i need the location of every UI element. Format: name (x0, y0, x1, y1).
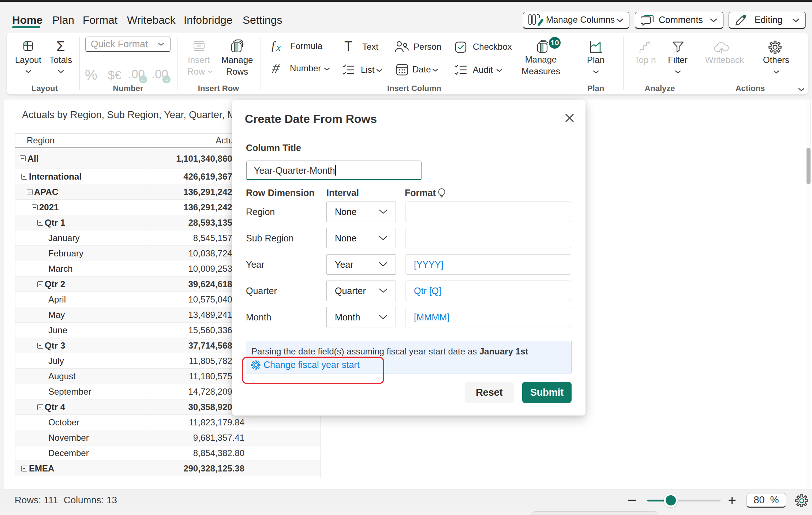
svg-text:f: f (272, 40, 276, 52)
svg-text:x: x (276, 42, 281, 52)
